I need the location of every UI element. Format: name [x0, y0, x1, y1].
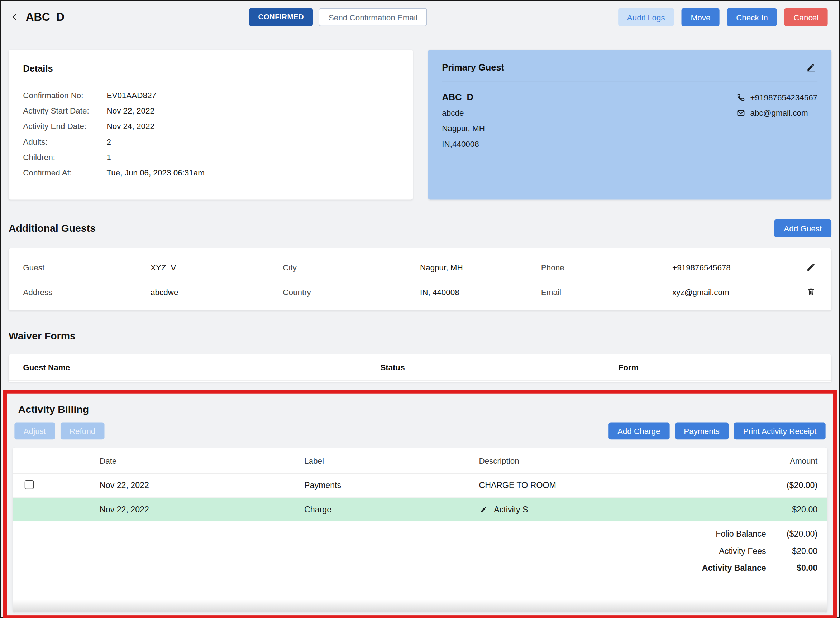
billing-actions-right: Add Charge Payments Print Activity Recei…	[608, 422, 825, 439]
column-amount: Amount	[710, 456, 827, 465]
additional-guests-title: Additional Guests	[9, 222, 96, 234]
send-confirmation-email-button[interactable]: Send Confirmation Email	[319, 8, 427, 26]
additional-guest-row-1: Guest XYZ V City Nagpur, MH Phone +91987…	[23, 255, 817, 280]
column-status: Status	[380, 363, 618, 371]
primary-guest-body: ABC D abcde Nagpur, MH IN,440008 +919876…	[442, 89, 818, 152]
page-title: ABC D	[26, 11, 64, 24]
details-row: Activity End Date: Nov 24, 2022	[23, 118, 399, 134]
topbar: ABC D CONFIRMED Send Confirmation Email …	[0, 0, 840, 34]
primary-guest-card: Primary Guest ABC D abcde Nagpur, MH IN,…	[428, 50, 831, 200]
primary-guest-line2: Nagpur, MH	[442, 120, 485, 136]
column-form: Form	[618, 363, 817, 371]
cell-description: CHARGE TO ROOM	[479, 480, 710, 490]
field-label: Guest	[23, 263, 150, 272]
primary-guest-email: abc@gmail.com	[751, 105, 808, 120]
field-label: Address	[23, 287, 150, 296]
activity-billing-title: Activity Billing	[18, 404, 829, 415]
charge-description-text: Activity S	[494, 505, 528, 514]
details-label: Children:	[23, 149, 106, 165]
field-label: Email	[541, 287, 672, 296]
cell-date: Nov 22, 2022	[100, 480, 304, 490]
details-value: EV01AAD827	[106, 88, 156, 103]
primary-guest-phone-row: +91987654234567	[737, 89, 818, 105]
cell-date: Nov 22, 2022	[100, 505, 304, 514]
additional-guest-row-2: Address abcdwe Country IN, 440008 Email …	[23, 279, 817, 304]
details-card: Details Confirmation No: EV01AAD827 Acti…	[9, 50, 413, 200]
add-charge-button[interactable]: Add Charge	[608, 422, 669, 439]
topbar-center: CONFIRMED Send Confirmation Email	[249, 8, 427, 26]
screen: ABC D CONFIRMED Send Confirmation Email …	[0, 0, 840, 618]
cancel-button[interactable]: Cancel	[785, 8, 828, 26]
edit-pencil-icon	[480, 505, 488, 514]
edit-additional-guest-button[interactable]	[805, 261, 817, 273]
field-value: abcdwe	[150, 287, 283, 296]
trash-icon	[806, 287, 816, 297]
phone-icon	[737, 93, 745, 101]
details-row: Activity Start Date: Nov 22, 2022	[23, 103, 399, 118]
primary-guest-email-row: abc@gmail.com	[737, 105, 818, 120]
primary-guest-phone: +91987654234567	[751, 89, 818, 105]
back-button[interactable]	[10, 12, 21, 22]
check-in-button[interactable]: Check In	[727, 8, 777, 26]
summary-value: $20.00	[766, 542, 818, 559]
cell-amount: $20.00	[710, 505, 827, 514]
summary-label: Activity Fees	[719, 542, 766, 559]
details-label: Activity Start Date:	[23, 103, 106, 118]
additional-guests-header: Additional Guests Add Guest	[9, 220, 831, 237]
edit-pencil-icon	[806, 62, 816, 73]
waiver-table-header: Guest Name Status Form	[9, 355, 831, 380]
billing-row-charge: Nov 22, 2022 Charge Activity S $20.00	[13, 498, 827, 521]
waiver-forms-card: Guest Name Status Form	[9, 355, 831, 382]
summary-value: ($20.00)	[766, 526, 818, 542]
billing-row-payment: Nov 22, 2022 Payments CHARGE TO ROOM ($2…	[13, 474, 827, 498]
billing-actions-left: Adjust Refund	[14, 422, 104, 439]
column-label: Label	[304, 456, 479, 465]
chevron-left-icon	[11, 13, 19, 21]
checkbox-cell	[13, 480, 100, 491]
details-title: Details	[23, 64, 399, 74]
topbar-right: Audit Logs Move Check In Cancel	[618, 8, 840, 26]
column-guest-name: Guest Name	[23, 363, 380, 371]
topbar-left: ABC D	[0, 11, 64, 24]
primary-guest-title: Primary Guest	[442, 62, 504, 73]
details-label: Activity End Date:	[23, 118, 106, 134]
adjust-button[interactable]: Adjust	[14, 422, 55, 439]
move-button[interactable]: Move	[682, 8, 719, 26]
details-value: Nov 24, 2022	[106, 118, 154, 134]
waiver-forms-header: Waiver Forms	[9, 330, 831, 342]
print-activity-receipt-button[interactable]: Print Activity Receipt	[734, 422, 825, 439]
field-value: Nagpur, MH	[420, 263, 541, 272]
delete-additional-guest-button[interactable]	[805, 286, 817, 297]
edit-pencil-icon	[806, 263, 816, 272]
add-guest-button[interactable]: Add Guest	[774, 220, 831, 237]
cell-description: Activity S	[479, 505, 710, 514]
payments-button[interactable]: Payments	[675, 422, 729, 439]
edit-charge-button[interactable]	[479, 505, 489, 514]
cell-amount: ($20.00)	[710, 480, 827, 490]
field-value: +919876545678	[672, 263, 795, 272]
billing-summary: Folio Balance ($20.00) Activity Fees $20…	[13, 526, 827, 576]
summary-folio-balance: Folio Balance ($20.00)	[13, 526, 827, 542]
details-row: Adults: 2	[23, 134, 399, 149]
details-row: Children: 1	[23, 149, 399, 165]
confirmed-status-button[interactable]: CONFIRMED	[249, 8, 313, 26]
details-row: Confirmed At: Tue, Jun 06, 2023 06:31am	[23, 165, 399, 180]
primary-guest-info: ABC D abcde Nagpur, MH IN,440008	[442, 89, 485, 152]
summary-activity-balance: Activity Balance $0.00	[13, 559, 827, 576]
details-value: Tue, Jun 06, 2023 06:31am	[106, 165, 204, 180]
field-label: Phone	[541, 263, 672, 272]
field-value: xyz@gmail.com	[672, 287, 795, 296]
refund-button[interactable]: Refund	[60, 422, 104, 439]
details-row: Confirmation No: EV01AAD827	[23, 88, 399, 103]
primary-guest-line1: abcde	[442, 105, 485, 120]
row-checkbox[interactable]	[25, 480, 34, 489]
additional-guest-card: Guest XYZ V City Nagpur, MH Phone +91987…	[9, 248, 831, 310]
details-label: Confirmed At:	[23, 165, 106, 180]
activity-billing-annotation-box: Activity Billing Adjust Refund Add Charg…	[3, 389, 837, 618]
summary-label: Activity Balance	[702, 559, 766, 576]
column-description: Description	[479, 456, 710, 465]
edit-primary-guest-button[interactable]	[805, 62, 818, 74]
details-label: Adults:	[23, 134, 106, 149]
primary-guest-header: Primary Guest	[442, 62, 818, 81]
audit-logs-button[interactable]: Audit Logs	[618, 8, 674, 26]
